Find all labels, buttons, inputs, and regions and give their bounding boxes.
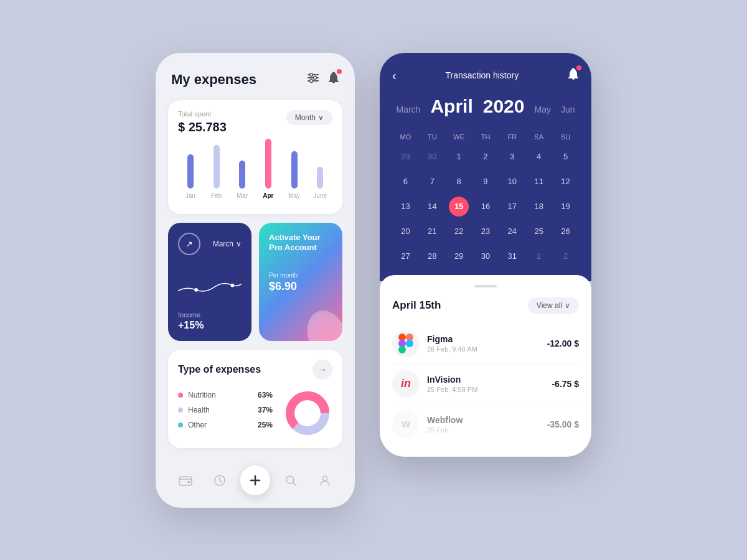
income-card-top: ↗ March ∨ [178,233,242,255]
calendar-day[interactable]: 16 [476,197,496,217]
nav-history[interactable] [206,467,233,494]
weekday-header: FR [499,129,525,144]
transaction-info: InVision25 Feb, 4:58 PM [427,375,544,393]
calendar-day[interactable]: 6 [395,172,415,192]
nav-add-button[interactable] [240,465,270,495]
calendar-day[interactable]: 30 [476,246,496,266]
transaction-date: 26 Feb, 9:46 AM [427,345,540,353]
transaction-item[interactable]: wWebflow25 Feb-35.00 $ [392,404,579,444]
calendar-title: Transaction history [445,70,519,80]
bar-label: June [313,192,327,199]
current-month-label: April [430,96,472,117]
bar-label: Jan [186,192,195,199]
calendar-day[interactable]: 31 [502,246,522,266]
calendar-day[interactable]: 1 [529,246,549,266]
calendar-day[interactable]: 10 [502,172,522,192]
notification-icon[interactable] [328,72,339,87]
calendar-day[interactable]: 29 [395,147,415,167]
calendar-day[interactable]: 21 [422,222,442,241]
calendar-day[interactable]: 30 [422,147,442,167]
transaction-name: Webflow [427,415,540,425]
far-month-label: Jun [561,105,575,114]
prev-month-label: March [396,105,420,114]
filter-icon[interactable] [307,73,319,86]
legend-percentage: 25% [258,421,273,429]
transaction-amount: -35.00 $ [547,419,579,429]
calendar-notification-icon[interactable] [568,68,579,83]
calendar-day[interactable]: 5 [556,147,576,167]
calendar-day[interactable]: 28 [422,246,442,266]
svg-rect-22 [398,346,406,353]
cal-notification-badge [576,65,581,70]
cards-row: ↗ March ∨ Income +15% [168,223,342,341]
page-title: My expenses [171,72,256,88]
transaction-phone: ‹ Transaction history March April 2020 M… [380,53,591,457]
calendar-day[interactable]: 1 [449,147,469,167]
transaction-name: Figma [427,334,540,344]
svg-point-3 [310,73,313,77]
expenses-phone: My expenses [156,53,355,508]
back-button[interactable]: ‹ [392,68,397,83]
legend-percentage: 37% [258,406,273,414]
promo-card[interactable]: Activate Your Pro Account Per month $6.9… [259,223,342,341]
svg-rect-14 [179,477,192,485]
calendar-day[interactable]: 26 [556,222,576,241]
nav-search[interactable] [277,467,304,494]
transaction-item[interactable]: inInVision25 Feb, 4:58 PM-6.75 $ [392,364,579,404]
transaction-date: 25 Feb [427,426,540,434]
calendar-day[interactable]: 23 [476,222,496,241]
nav-wallet[interactable] [172,467,199,494]
calendar-day[interactable]: 27 [395,246,415,266]
view-all-button[interactable]: View all ∨ [528,297,579,314]
weekday-header: WE [446,129,472,144]
month-filter-button[interactable]: Month ∨ [286,110,332,125]
calendar-day[interactable]: 2 [476,147,496,167]
calendar-day[interactable]: 15 [449,197,469,217]
transaction-logo: w [392,411,420,438]
bar-group[interactable]: Jan [181,154,200,199]
bar-label: Mar [237,192,248,199]
bar-group[interactable]: May [284,151,304,199]
calendar-day[interactable]: 3 [502,147,522,167]
calendar-day[interactable]: 17 [502,197,522,217]
income-month-select[interactable]: March ∨ [213,240,242,248]
total-label: Total spent [178,110,227,118]
bar-group[interactable]: Mar [232,161,252,199]
svg-point-6 [194,287,198,291]
calendar-day[interactable]: 20 [395,222,415,241]
legend-percentage: 63% [258,391,273,399]
svg-rect-15 [187,481,190,483]
calendar-day[interactable]: 18 [529,197,549,217]
calendar-day[interactable]: 7 [422,172,442,192]
transaction-item[interactable]: Figma26 Feb, 9:46 AM-12.00 $ [392,324,579,364]
transaction-amount: -12.00 $ [547,338,579,348]
bar-group[interactable]: Feb [207,145,227,199]
chart-card: Total spent $ 25.783 Month ∨ JanFebMarAp… [168,100,342,214]
calendar-day[interactable]: 14 [422,197,442,217]
bar [291,151,298,189]
expenses-arrow-button[interactable]: → [312,360,332,380]
calendar-day[interactable]: 12 [556,172,576,192]
calendar-day[interactable]: 8 [449,172,469,192]
chart-top: Total spent $ 25.783 Month ∨ [178,110,332,134]
calendar-day[interactable]: 9 [476,172,496,192]
total-amount: $ 25.783 [178,120,227,134]
bar [239,161,245,189]
calendar-day[interactable]: 22 [449,222,469,241]
calendar-day[interactable]: 29 [449,246,469,266]
nav-profile[interactable] [311,467,339,494]
calendar-day[interactable]: 24 [502,222,522,241]
calendar-day[interactable]: 19 [556,197,576,217]
calendar-day[interactable]: 4 [529,147,549,167]
expenses-content: Nutrition63%Health37%Other25% [178,388,332,438]
calendar-day[interactable]: 25 [529,222,549,241]
bar-group[interactable]: June [310,167,330,199]
legend-dot [178,393,183,398]
calendar-day[interactable]: 2 [556,246,576,266]
calendar-day[interactable]: 13 [395,197,415,217]
promo-title: Activate Your Pro Account [269,233,332,254]
svg-point-18 [323,476,327,480]
transactions-header: April 15th View all ∨ [392,297,579,314]
bar-group[interactable]: Apr [258,139,278,199]
calendar-day[interactable]: 11 [529,172,549,192]
